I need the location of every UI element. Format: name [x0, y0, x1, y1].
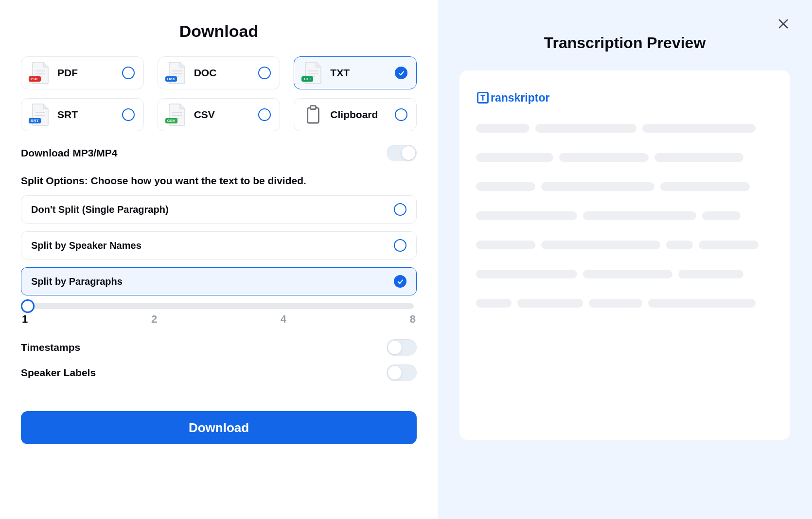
file-badge: CSV [165, 118, 177, 123]
preview-title: Transcription Preview [459, 34, 790, 52]
split-option-label: Split by Speaker Names [31, 240, 141, 251]
file-icon: TXT [300, 61, 326, 85]
radio-unselected-icon [394, 239, 406, 252]
slider-tick: 1 [22, 313, 28, 326]
brand-logo: ranskriptor [476, 91, 774, 104]
skeleton-bar [702, 211, 741, 220]
slider-tick: 4 [281, 313, 286, 326]
radio-unselected-icon [258, 67, 271, 79]
mp3-toggle-label: Download MP3/MP4 [21, 147, 117, 159]
format-option-csv[interactable]: CSVCSV [158, 98, 281, 131]
format-label: TXT [330, 67, 395, 79]
radio-unselected-icon [122, 67, 135, 79]
radio-selected-icon [394, 275, 406, 288]
file-icon: SRT [27, 103, 53, 126]
speaker-labels-label: Speaker Labels [21, 367, 96, 379]
toggle-knob [388, 366, 402, 380]
format-option-pdf[interactable]: PDFPDF [21, 56, 144, 89]
download-dialog: Download PDFPDFDocDOCTXTTXTSRTSRTCSVCSVC… [0, 0, 812, 519]
format-option-clipboard[interactable]: Clipboard [294, 98, 417, 131]
split-section-label: Split Options: Choose how you want the t… [21, 175, 417, 187]
split-option[interactable]: Don't Split (Single Paragraph) [21, 195, 417, 224]
skeleton-bar [476, 270, 577, 278]
format-label: Clipboard [330, 109, 395, 121]
mp3-toggle[interactable] [387, 145, 417, 161]
split-option-label: Split by Paragraphs [31, 276, 123, 287]
skeleton-bar [660, 182, 750, 191]
skeleton-bar [654, 153, 744, 162]
format-label: PDF [57, 67, 122, 79]
timestamps-toggle[interactable] [387, 339, 417, 356]
file-badge: PDF [29, 76, 41, 82]
skeleton-bar [535, 124, 636, 133]
speaker-labels-row: Speaker Labels [21, 364, 417, 381]
skeleton-bar [666, 241, 693, 249]
format-option-txt[interactable]: TXTTXT [294, 56, 417, 89]
toggle-knob [402, 146, 415, 160]
format-option-doc[interactable]: DocDOC [158, 56, 281, 89]
skeleton-bar [476, 153, 553, 162]
split-options-list: Don't Split (Single Paragraph)Split by S… [21, 195, 417, 295]
file-badge: Doc [165, 76, 177, 82]
file-icon: PDF [27, 61, 53, 85]
skeleton-bar [678, 270, 744, 278]
timestamps-row: Timestamps [21, 339, 417, 356]
skeleton-bar [476, 241, 535, 249]
radio-unselected-icon [395, 108, 407, 121]
skeleton-bar [541, 182, 654, 191]
format-grid: PDFPDFDocDOCTXTTXTSRTSRTCSVCSVClipboard [21, 56, 417, 131]
preview-skeleton [476, 124, 774, 308]
format-label: DOC [194, 67, 259, 79]
close-icon[interactable] [777, 17, 790, 31]
split-option[interactable]: Split by Paragraphs [21, 267, 417, 295]
radio-unselected-icon [258, 108, 271, 121]
download-title: Download [21, 22, 417, 41]
file-badge: SRT [29, 118, 41, 123]
brand-icon [476, 91, 490, 104]
skeleton-bar [476, 299, 512, 308]
svg-rect-16 [311, 106, 316, 109]
format-label: CSV [194, 109, 259, 121]
skeleton-bar [517, 299, 583, 308]
split-option[interactable]: Split by Speaker Names [21, 231, 417, 260]
radio-selected-icon [395, 67, 407, 79]
skeleton-bar [559, 153, 649, 162]
skeleton-bar [476, 124, 530, 133]
clipboard-icon [300, 105, 326, 124]
svg-rect-15 [308, 108, 319, 123]
format-label: SRT [57, 109, 122, 121]
slider-tick: 8 [410, 313, 416, 326]
timestamps-label: Timestamps [21, 342, 80, 353]
skeleton-bar [699, 241, 758, 249]
radio-unselected-icon [122, 108, 135, 121]
file-icon: CSV [164, 103, 190, 126]
radio-unselected-icon [394, 203, 406, 216]
skeleton-bar [648, 299, 755, 308]
skeleton-bar [583, 211, 696, 220]
skeleton-bar [583, 270, 672, 278]
mp3-toggle-row: Download MP3/MP4 [21, 145, 417, 161]
skeleton-bar [642, 124, 756, 133]
format-option-srt[interactable]: SRTSRT [21, 98, 144, 131]
split-option-label: Don't Split (Single Paragraph) [31, 204, 169, 215]
skeleton-bar [541, 241, 660, 249]
download-options-pane: Download PDFPDFDocDOCTXTTXTSRTSRTCSVCSVC… [0, 0, 438, 519]
file-icon: Doc [164, 61, 190, 85]
paragraph-slider: 1248 [21, 303, 417, 326]
slider-ticks: 1248 [21, 313, 417, 326]
toggle-knob [388, 341, 402, 354]
slider-tick: 2 [151, 313, 157, 326]
speaker-labels-toggle[interactable] [387, 364, 417, 381]
slider-thumb[interactable] [21, 299, 35, 313]
brand-text: ranskriptor [491, 91, 549, 104]
skeleton-bar [589, 299, 642, 308]
skeleton-bar [476, 182, 535, 191]
preview-card: ranskriptor [459, 70, 790, 440]
file-badge: TXT [301, 76, 313, 82]
download-button[interactable]: Download [21, 411, 417, 444]
slider-track[interactable] [24, 303, 414, 309]
preview-pane: Transcription Preview ranskriptor [438, 0, 812, 519]
skeleton-bar [476, 211, 577, 220]
